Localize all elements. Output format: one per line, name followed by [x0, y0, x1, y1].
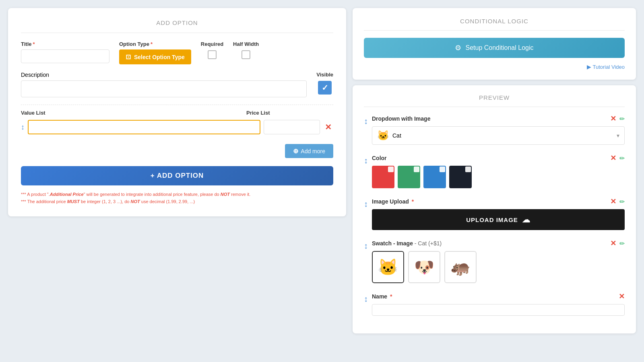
option-type-group: Option Type* ⊡ Select Option Type	[119, 41, 191, 64]
half-width-label: Half Width	[233, 41, 259, 47]
swatch-blue[interactable]	[423, 166, 446, 188]
upload-edit-button[interactable]: ✏	[619, 198, 625, 206]
add-option-panel: ADD OPTION Title* Option Type* ⊡ Select …	[8, 8, 346, 216]
preview-item-image-upload: ↕ Image Upload * ✕ ✏ UPLOAD IMAGE ☁	[364, 197, 625, 230]
swatch-delete-button[interactable]: ✕	[610, 239, 616, 248]
upload-image-label: UPLOAD IMAGE	[466, 216, 518, 223]
color-delete-button[interactable]: ✕	[610, 154, 616, 162]
footer-note-2: *** The additional price MUST be integer…	[21, 198, 333, 206]
preview-sort-upload[interactable]: ↕	[364, 200, 368, 209]
swatch-black[interactable]	[449, 166, 472, 188]
value-price-header: Value List Price List	[21, 110, 333, 116]
value-price-section: Value List Price List ↕ ✕	[21, 110, 333, 134]
title-input[interactable]	[21, 49, 109, 63]
description-input[interactable]	[21, 80, 307, 97]
swatch-green[interactable]	[398, 166, 420, 188]
right-panel: CONDITIONAL LOGIC ⚙ Setup Conditional Lo…	[353, 8, 636, 333]
cat-emoji: 🐱	[377, 130, 389, 141]
dropdown-preview-field[interactable]: 🐱 Cat ▾	[372, 126, 625, 145]
delete-row-button[interactable]: ✕	[323, 121, 333, 134]
cloud-icon: ☁	[522, 215, 530, 224]
preview-item-swatch-image: ↕ Swatch - Image - Cat (+$1) ✕ ✏ 🐱 🐶	[364, 239, 625, 283]
title-label: Title*	[21, 41, 109, 47]
dropdown-inner: 🐱 Cat	[377, 130, 401, 141]
swatch-red-checkbox	[388, 167, 394, 172]
swatch-black-checkbox	[465, 167, 471, 172]
sort-handle[interactable]: ↕	[21, 123, 25, 131]
preview-sort-dropdown[interactable]: ↕	[364, 117, 368, 126]
tutorial-video-link[interactable]: ▶ Tutorial Video	[364, 64, 625, 70]
preview-title: PREVIEW	[364, 94, 625, 107]
name-controls: ✕	[619, 292, 625, 301]
preview-sort-name[interactable]: ↕	[364, 294, 368, 304]
name-field-label: Name *	[372, 293, 392, 300]
required-label: Required	[201, 41, 223, 47]
divider	[21, 105, 333, 105]
add-more-button[interactable]: ⊕ Add more	[285, 144, 333, 158]
preview-item-color: ↕ Color ✕ ✏	[364, 154, 625, 188]
swatch-cat[interactable]: 🐱	[372, 251, 404, 283]
price-list-label: Price List	[246, 110, 333, 116]
name-delete-button[interactable]: ✕	[619, 292, 625, 301]
upload-image-button[interactable]: UPLOAD IMAGE ☁	[372, 209, 625, 230]
name-input-preview[interactable]	[372, 304, 625, 316]
color-edit-button[interactable]: ✏	[619, 154, 625, 162]
option-type-icon: ⊡	[126, 53, 131, 61]
clearfix: ⊕ Add more	[21, 140, 333, 158]
preview-card: PREVIEW ↕ Dropdown with Image ✕ ✏	[353, 85, 636, 333]
dropdown-delete-button[interactable]: ✕	[610, 114, 616, 123]
image-upload-name: Image Upload *	[372, 198, 414, 205]
visible-group: Visible	[316, 72, 333, 95]
required-checkbox[interactable]	[208, 50, 217, 59]
swatch-controls: ✕ ✏	[610, 239, 625, 248]
value-price-row: ↕ ✕	[21, 120, 333, 134]
description-group: Description	[21, 72, 307, 97]
swatch-green-checkbox	[414, 167, 419, 172]
dropdown-controls: ✕ ✏	[610, 114, 625, 123]
add-option-title: ADD OPTION	[21, 19, 333, 33]
half-width-checkbox[interactable]	[242, 50, 250, 59]
half-width-group: Half Width	[233, 41, 259, 59]
price-input[interactable]	[264, 120, 320, 134]
dropdown-arrow-icon: ▾	[617, 132, 619, 139]
color-swatches	[372, 166, 625, 188]
select-option-type-button[interactable]: ⊡ Select Option Type	[119, 49, 191, 64]
footer-note-1: *** A product ".Additional Price" will b…	[21, 191, 333, 198]
dropdown-selected-value: Cat	[392, 132, 401, 139]
swatch-hippo[interactable]: 🦛	[444, 251, 477, 283]
value-input[interactable]	[28, 120, 260, 134]
required-group: Required	[201, 41, 223, 59]
dropdown-edit-button[interactable]: ✏	[619, 115, 625, 123]
preview-sort-color[interactable]: ↕	[364, 156, 368, 165]
swatch-image-name: Swatch - Image - Cat (+$1)	[372, 240, 442, 247]
swatch-blue-checkbox	[440, 167, 445, 172]
value-list-label: Value List	[21, 110, 246, 116]
color-item-name: Color	[372, 155, 387, 161]
color-controls: ✕ ✏	[610, 154, 625, 162]
conditional-logic-title: CONDITIONAL LOGIC	[364, 18, 625, 31]
plus-circle-icon: ⊕	[293, 147, 298, 155]
description-label: Description	[21, 72, 307, 78]
play-icon: ▶	[587, 64, 591, 70]
visible-label: Visible	[316, 72, 333, 78]
add-option-button[interactable]: + ADD OPTION	[21, 166, 333, 185]
swatch-red[interactable]	[372, 166, 394, 188]
preview-sort-swatch[interactable]: ↕	[364, 241, 368, 251]
visible-checkbox[interactable]	[318, 81, 332, 95]
swatch-edit-button[interactable]: ✏	[619, 240, 625, 247]
setup-conditional-logic-button[interactable]: ⚙ Setup Conditional Logic	[364, 38, 625, 58]
swatch-dog[interactable]: 🐶	[408, 251, 440, 283]
dropdown-item-name: Dropdown with Image	[372, 115, 430, 122]
upload-delete-button[interactable]: ✕	[610, 197, 616, 206]
swatch-image-list: 🐱 🐶 🦛	[372, 251, 625, 283]
gear-icon: ⚙	[455, 43, 461, 52]
conditional-logic-card: CONDITIONAL LOGIC ⚙ Setup Conditional Lo…	[353, 8, 636, 80]
footer-notes: *** A product ".Additional Price" will b…	[21, 191, 333, 205]
title-group: Title*	[21, 41, 109, 63]
preview-item-name: ↕ Name * ✕	[364, 292, 625, 316]
preview-item-dropdown: ↕ Dropdown with Image ✕ ✏ 🐱	[364, 114, 625, 145]
option-type-label: Option Type*	[119, 41, 191, 47]
upload-controls: ✕ ✏	[610, 197, 625, 206]
